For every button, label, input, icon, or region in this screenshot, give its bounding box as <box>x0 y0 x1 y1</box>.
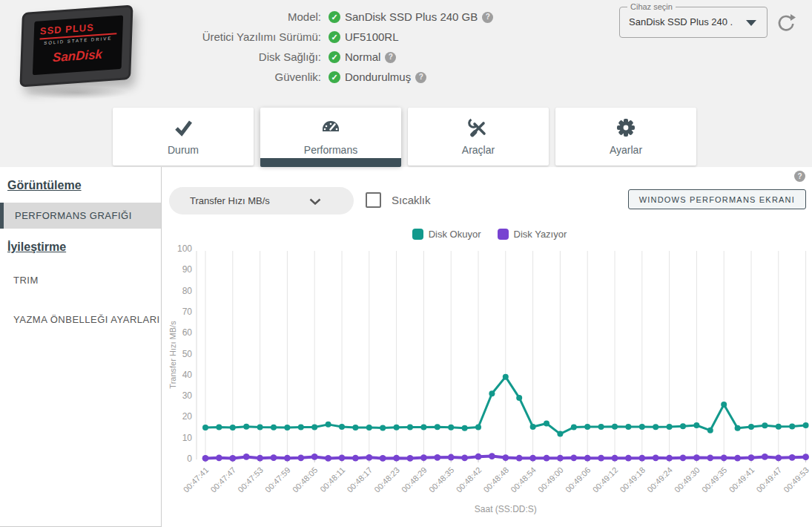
performance-help-icon[interactable]: ? <box>794 171 805 182</box>
svg-text:00:49:41: 00:49:41 <box>727 465 756 494</box>
disk-read-label: Disk Okuyor <box>429 229 481 240</box>
svg-text:20: 20 <box>182 411 193 422</box>
security-text: Dondurulmuş <box>345 71 411 84</box>
sidebar-item-yazma-onbellegi[interactable]: YAZMA ÖNBELLEĞI AYARLARI <box>0 307 161 333</box>
temperature-toggle-row: Sıcaklık <box>366 192 431 208</box>
svg-text:00:49:53: 00:49:53 <box>782 465 811 494</box>
sidebar-heading-goruntuleme[interactable]: Görüntüleme <box>7 179 161 192</box>
ok-check-icon: ✓ <box>329 71 340 83</box>
svg-text:00:48:42: 00:48:42 <box>455 465 483 494</box>
svg-text:00:49:47: 00:49:47 <box>754 465 783 494</box>
windows-performance-button[interactable]: WINDOWS PERFORMANS EKRANI <box>628 189 806 209</box>
svg-text:00:48:23: 00:48:23 <box>372 465 401 494</box>
model-value: ✓ SanDisk SSD Plus 240 GB ? <box>329 10 493 24</box>
ok-check-icon: ✓ <box>329 31 340 43</box>
svg-text:Saat (SS:DD:S): Saat (SS:DD:S) <box>475 504 537 514</box>
check-icon <box>173 117 194 138</box>
tab-performans[interactable]: Performans <box>260 108 401 166</box>
model-text: SanDisk SSD Plus 240 GB <box>345 10 478 24</box>
svg-text:00:48:05: 00:48:05 <box>291 465 320 494</box>
security-value: ✓ Dondurulmuş ? <box>329 71 493 84</box>
security-help-icon[interactable]: ? <box>415 72 426 83</box>
device-select-value: SanDisk SSD Plus 240 ... <box>629 16 733 27</box>
disk-read-swatch <box>412 229 423 240</box>
ok-check-icon: ✓ <box>329 51 340 63</box>
svg-text:00:49:30: 00:49:30 <box>673 465 702 494</box>
svg-text:00:47:59: 00:47:59 <box>263 465 292 494</box>
svg-text:00:49:12: 00:49:12 <box>591 465 620 494</box>
svg-text:00:48:54: 00:48:54 <box>509 465 538 494</box>
svg-text:00:49:06: 00:49:06 <box>564 465 593 494</box>
refresh-icon[interactable] <box>776 13 796 33</box>
legend-disk-write: Disk Yazıyor <box>498 229 567 240</box>
svg-text:00:49:35: 00:49:35 <box>700 465 729 494</box>
metric-dropdown-value: Transfer Hızı MB/s <box>190 195 270 206</box>
health-label: Disk Sağlığı: <box>189 50 321 64</box>
svg-text:00:47:47: 00:47:47 <box>208 465 237 494</box>
health-value: ✓ Normal ? <box>329 50 493 64</box>
device-select[interactable]: Cihaz seçin SanDisk SSD Plus 240 ... <box>619 7 768 38</box>
svg-text:00:49:18: 00:49:18 <box>618 465 647 494</box>
health-text: Normal <box>345 50 380 64</box>
gauge-icon <box>320 117 341 138</box>
ssd-label: SSD PLUS SOLID STATE DRIVE SanDisk <box>33 15 123 75</box>
firmware-label: Üretici Yazılımı Sürümü: <box>189 30 321 44</box>
tab-durum[interactable]: Durum <box>113 108 254 166</box>
performance-chart: 010203040506070809010000:47:4100:47:4700… <box>167 243 812 526</box>
sidebar-heading-iyilestirme[interactable]: İyileştirme <box>7 240 161 254</box>
legend-disk-read: Disk Okuyor <box>412 229 481 240</box>
ssd-brand-text: SanDisk <box>39 46 116 66</box>
tools-icon <box>468 117 489 138</box>
tab-ayarlar[interactable]: Ayarlar <box>555 108 696 166</box>
svg-text:00:48:35: 00:48:35 <box>427 465 456 494</box>
device-info: Model: ✓ SanDisk SSD Plus 240 GB ? Üreti… <box>189 10 493 84</box>
tab-araclar[interactable]: Araçlar <box>408 108 549 166</box>
temperature-checkbox[interactable] <box>366 192 381 208</box>
svg-text:00:49:24: 00:49:24 <box>645 465 674 494</box>
chevron-down-icon <box>746 20 756 26</box>
tab-durum-label: Durum <box>168 144 199 156</box>
svg-text:10: 10 <box>182 433 193 443</box>
svg-text:50: 50 <box>182 349 193 359</box>
svg-text:100: 100 <box>177 243 192 254</box>
svg-text:00:48:29: 00:48:29 <box>400 465 429 494</box>
svg-text:80: 80 <box>182 286 193 296</box>
device-select-legend: Cihaz seçin <box>627 2 676 11</box>
health-help-icon[interactable]: ? <box>385 52 396 63</box>
chevron-down-icon <box>309 198 321 205</box>
svg-text:00:48:11: 00:48:11 <box>318 465 346 494</box>
ok-check-icon: ✓ <box>329 11 340 23</box>
svg-text:00:48:48: 00:48:48 <box>481 465 510 494</box>
sandisk-dashboard: SSD PLUS SOLID STATE DRIVE SanDisk Model… <box>0 0 812 527</box>
svg-text:70: 70 <box>182 307 193 317</box>
disk-write-label: Disk Yazıyor <box>514 229 567 240</box>
sidebar-item-trim[interactable]: TRIM <box>0 267 161 293</box>
chart-legend: Disk Okuyor Disk Yazıyor <box>167 229 812 240</box>
model-help-icon[interactable]: ? <box>482 12 493 23</box>
firmware-value: ✓ UF5100RL <box>329 30 493 44</box>
firmware-text: UF5100RL <box>345 30 399 44</box>
svg-text:00:49:00: 00:49:00 <box>536 465 565 494</box>
disk-write-swatch <box>498 229 509 240</box>
svg-text:60: 60 <box>182 327 193 338</box>
svg-text:00:47:53: 00:47:53 <box>236 465 265 494</box>
svg-text:00:47:41: 00:47:41 <box>182 465 211 494</box>
svg-text:30: 30 <box>182 390 193 401</box>
ssd-reflection <box>25 86 129 99</box>
svg-text:40: 40 <box>182 370 193 380</box>
svg-text:90: 90 <box>182 264 193 275</box>
security-label: Güvenlik: <box>189 71 321 84</box>
ssd-product-image: SSD PLUS SOLID STATE DRIVE SanDisk <box>19 5 133 88</box>
tab-performans-label: Performans <box>304 144 357 156</box>
metric-dropdown[interactable]: Transfer Hızı MB/s <box>169 187 354 215</box>
tab-bar: Durum Performans Araçlar <box>113 108 696 166</box>
svg-text:00:48:17: 00:48:17 <box>345 465 374 494</box>
gear-icon <box>615 117 636 138</box>
tab-ayarlar-label: Ayarlar <box>610 144 642 156</box>
svg-text:Transfer Hızı MB/s: Transfer Hızı MB/s <box>168 321 177 389</box>
svg-text:0: 0 <box>187 454 192 464</box>
model-label: Model: <box>189 10 321 24</box>
tab-araclar-label: Araçlar <box>462 144 495 156</box>
sidebar-item-performans-grafigi[interactable]: PERFORMANS GRAFIĞI <box>0 203 161 229</box>
active-tab-underline <box>260 158 401 167</box>
